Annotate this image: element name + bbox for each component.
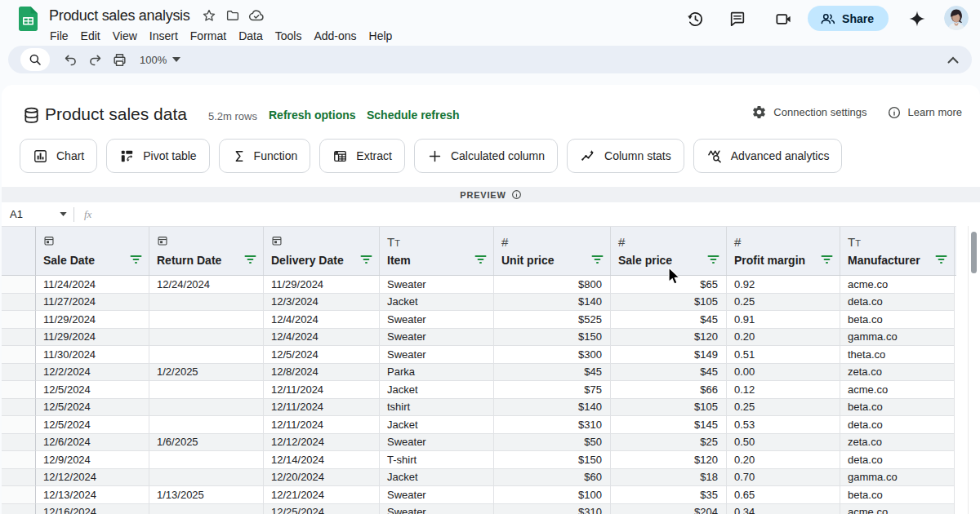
cell[interactable]: $35	[611, 486, 727, 504]
cell[interactable]: zeta.co	[840, 364, 955, 382]
row-header-cell[interactable]	[2, 346, 36, 364]
menu-item-edit[interactable]: Edit	[75, 27, 106, 45]
cell[interactable]: Parka	[380, 364, 494, 382]
cell[interactable]: 1/13/2025	[149, 486, 264, 504]
filter-icon[interactable]	[707, 253, 719, 268]
cell[interactable]: $800	[494, 276, 611, 294]
cell[interactable]: $105	[611, 294, 727, 312]
preview-info-icon[interactable]	[511, 189, 522, 200]
video-call-icon[interactable]	[773, 9, 793, 29]
cell[interactable]: $75	[494, 381, 611, 399]
cell[interactable]: $25	[611, 434, 727, 452]
cell[interactable]: $45	[494, 364, 611, 382]
row-header-cell[interactable]	[2, 469, 36, 487]
column-header-profit-margin[interactable]: #Profit margin	[727, 227, 840, 275]
cell[interactable]: $100	[494, 486, 611, 504]
row-header-cell[interactable]	[2, 504, 36, 514]
cell[interactable]: 12/5/2024	[36, 416, 149, 434]
document-title[interactable]: Product sales analysis	[49, 7, 190, 24]
zoom-control[interactable]: 100%	[135, 52, 185, 68]
cell[interactable]: $310	[494, 416, 611, 434]
cell[interactable]: $150	[494, 329, 611, 347]
cell[interactable]: 0.92	[727, 276, 840, 294]
cell[interactable]: 12/6/2024	[36, 434, 149, 452]
cell[interactable]: 11/29/2024	[36, 311, 149, 329]
cell[interactable]: $150	[494, 451, 611, 469]
filter-icon[interactable]	[821, 253, 833, 268]
row-header-cell[interactable]	[2, 399, 36, 417]
row-header-cell[interactable]	[2, 294, 36, 312]
cell[interactable]: $45	[611, 364, 727, 382]
menu-item-insert[interactable]: Insert	[144, 27, 184, 45]
cell[interactable]: 0.70	[727, 469, 840, 487]
cell[interactable]: deta.co	[840, 294, 955, 312]
cell[interactable]: 12/14/2024	[264, 451, 380, 469]
cell[interactable]: $145	[611, 416, 727, 434]
cell[interactable]: Jacket	[380, 416, 494, 434]
cell[interactable]: $18	[611, 469, 727, 487]
cell[interactable]: Sweater	[380, 346, 494, 364]
row-header-cell[interactable]	[2, 329, 36, 347]
cell[interactable]: beta.co	[840, 399, 955, 417]
sheets-logo-icon[interactable]	[19, 7, 38, 31]
cell[interactable]: $140	[494, 294, 611, 312]
cell[interactable]: 11/24/2024	[36, 276, 149, 294]
collapse-toolbar-button[interactable]	[942, 49, 964, 70]
cell[interactable]: 0.25	[727, 294, 840, 312]
row-header-cell[interactable]	[2, 276, 36, 294]
cell[interactable]: Sweater	[380, 276, 494, 294]
cell[interactable]	[149, 399, 264, 417]
cell[interactable]: 1/6/2025	[149, 434, 264, 452]
cell[interactable]: 0.20	[727, 451, 840, 469]
cell[interactable]: 1/2/2025	[149, 364, 264, 382]
cell[interactable]	[149, 381, 264, 399]
cell[interactable]: 0.50	[727, 434, 840, 452]
print-button[interactable]	[109, 49, 130, 70]
pivot-table-button[interactable]: Pivot table	[106, 139, 209, 173]
refresh-options-link[interactable]: Refresh options	[269, 109, 356, 122]
cell[interactable]: 12/20/2024	[264, 469, 380, 487]
undo-button[interactable]	[60, 49, 81, 70]
cell[interactable]: gamma.co	[840, 329, 955, 347]
column-header-item[interactable]: TTItem	[380, 227, 494, 275]
search-button[interactable]	[20, 48, 50, 71]
version-history-icon[interactable]	[685, 9, 705, 29]
filter-icon[interactable]	[130, 253, 142, 268]
comments-icon[interactable]	[728, 9, 747, 29]
cell[interactable]: 0.51	[727, 346, 840, 364]
cloud-saved-icon[interactable]	[248, 7, 265, 24]
column-stats-button[interactable]: Column stats	[567, 139, 684, 173]
cell[interactable]: $310	[494, 504, 611, 514]
cell[interactable]: $204	[611, 504, 727, 514]
cell[interactable]: gamma.co	[840, 469, 955, 487]
cell[interactable]: deta.co	[840, 451, 955, 469]
cell[interactable]: 0.65	[727, 486, 840, 504]
cell[interactable]: 12/4/2024	[264, 311, 380, 329]
cell[interactable]: 12/12/2024	[36, 469, 149, 487]
row-header-cell[interactable]	[2, 434, 36, 452]
cell[interactable]: 12/8/2024	[264, 364, 380, 382]
cell[interactable]: Jacket	[380, 381, 494, 399]
menu-item-view[interactable]: View	[107, 27, 143, 45]
cell[interactable]: 12/24/2024	[149, 276, 264, 294]
row-header-cell[interactable]	[2, 416, 36, 434]
cell[interactable]: Sweater	[380, 504, 494, 514]
cell[interactable]: 0.53	[727, 416, 840, 434]
cell[interactable]: $60	[494, 469, 611, 487]
cell[interactable]	[149, 346, 264, 364]
filter-icon[interactable]	[935, 253, 947, 268]
menu-item-add-ons[interactable]: Add-ons	[308, 27, 362, 45]
name-box[interactable]: A1	[2, 208, 74, 220]
cell[interactable]: 12/11/2024	[264, 399, 380, 417]
cell[interactable]: 12/4/2024	[264, 329, 380, 347]
cell[interactable]: 11/29/2024	[36, 329, 149, 347]
gemini-spark-icon[interactable]	[907, 9, 927, 29]
cell[interactable]: Sweater	[380, 486, 494, 504]
cell[interactable]: Jacket	[380, 469, 494, 487]
vertical-scrollbar-thumb[interactable]	[971, 232, 977, 273]
cell[interactable]: 12/5/2024	[264, 346, 380, 364]
cell[interactable]	[149, 451, 264, 469]
cell[interactable]: acme.co	[840, 504, 955, 514]
cell[interactable]: 12/3/2024	[264, 294, 380, 312]
cell[interactable]: 12/5/2024	[36, 381, 149, 399]
